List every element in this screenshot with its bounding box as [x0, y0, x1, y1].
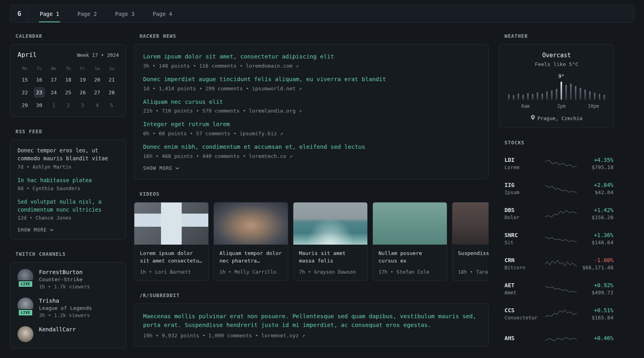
twitch-channel-info: KendallCarr: [39, 326, 76, 333]
subreddit-post-link[interactable]: Maecenas mollis pulvinar erat non posuer…: [143, 312, 479, 330]
video-card[interactable]: Mauris sit amet massa felis 7h • Grayson…: [293, 202, 368, 281]
show-more-label: SHOW MORE: [143, 165, 173, 171]
calendar-day-number: 4: [91, 100, 103, 110]
temp-bar: [541, 93, 543, 100]
video-card[interactable]: Aliquam tempor dolor nec pharetra… 1h • …: [213, 202, 288, 281]
calendar-day-selected: 23: [32, 86, 46, 98]
calendar-day: 18: [61, 74, 75, 86]
hackernews-widget-title: HACKER NEWS: [140, 33, 489, 39]
calendar-day: 1: [47, 99, 61, 111]
stock-name: Lorem: [504, 164, 544, 170]
stock-values: +1.36% $148.64: [578, 232, 613, 245]
twitch-channel-row[interactable]: LIVE Trisha League of Legends 3h • 1.2k …: [17, 298, 119, 318]
weather-location-text: Prague, Czechia: [537, 115, 582, 121]
subreddit-post: Maecenas mollis pulvinar erat non posuer…: [143, 312, 479, 339]
temp-bar: [589, 91, 591, 100]
stock-change: +4.35%: [578, 157, 613, 163]
calendar-day-number: 17: [48, 74, 59, 85]
stock-row[interactable]: CCS Consectetur +0.51% $165.84: [499, 301, 614, 326]
video-card[interactable]: Nullam posuere cursus ex 17h • Stefan Co…: [372, 202, 447, 281]
hackernews-item-meta: 6h • 60 points • 57 comments • ipsumify.…: [143, 130, 479, 136]
stock-id: LDI Lorem: [504, 157, 544, 170]
video-card[interactable]: Lorem ipsum dolor sit amet consectetu… 1…: [134, 202, 209, 281]
calendar-day-header: Mo: [17, 64, 32, 73]
rss-headline-link[interactable]: In hac habitasse platea: [17, 176, 119, 184]
weather-widget: WEATHER Overcast Feels like 5°C: [499, 33, 614, 128]
video-card-body: Mauris sit amet massa felis 7h • Grayson…: [293, 245, 367, 280]
stock-price: $156.28: [578, 214, 613, 220]
rss-headline-link[interactable]: Sed volutpat nulla nisl, a condimentum n…: [17, 198, 119, 214]
calendar-day-number: 22: [19, 87, 30, 97]
subreddit-widget: /R/SUBREDDIT Maecenas mollis pulvinar er…: [134, 293, 489, 347]
calendar-day-header: Su: [105, 64, 119, 73]
dashboard-page: G Page 1 Page 2 Page 3 Page 4 CALENDAR A…: [0, 5, 644, 358]
tab-page-2[interactable]: Page 2: [77, 5, 98, 22]
time-label: 6am: [522, 103, 530, 109]
chevron-down-icon: [50, 229, 54, 231]
twitch-channel-name[interactable]: Trisha: [39, 298, 92, 304]
rss-show-more-button[interactable]: SHOW MORE: [17, 227, 119, 233]
hackernews-title-link[interactable]: Aliquam nec cursus elit: [143, 98, 479, 107]
weather-card: Overcast Feels like 5°C: [499, 44, 614, 128]
stock-row[interactable]: AET Amet +0.92% $499.72: [499, 276, 614, 301]
calendar-day: 19: [76, 74, 90, 86]
tab-page-3[interactable]: Page 3: [114, 5, 136, 22]
hackernews-title-link[interactable]: Integer eget rutrum lorem: [143, 120, 479, 129]
video-title-link[interactable]: Aliquam tempor dolor nec pharetra…: [219, 249, 282, 265]
sparkline-chart: [544, 308, 578, 319]
video-title-link[interactable]: Lorem ipsum dolor sit amet consectetu…: [140, 249, 203, 265]
hackernews-title-link[interactable]: Donec enim nibh, condimentum et accumsan…: [143, 143, 479, 152]
stock-values: +0.46%: [578, 335, 613, 342]
calendar-widget-title: CALENDAR: [16, 33, 126, 39]
rss-card: Donec tempor eros leo, ut commodo mauris…: [10, 140, 126, 239]
video-thumbnail: [214, 202, 288, 245]
tab-page-1[interactable]: Page 1: [39, 5, 60, 22]
show-more-label: SHOW MORE: [17, 227, 47, 233]
app-logo[interactable]: G: [10, 5, 29, 22]
hackernews-show-more-button[interactable]: SHOW MORE: [143, 165, 479, 171]
twitch-channel-meta: 1h • 1.7k viewers: [39, 284, 90, 290]
temp-bar: [551, 90, 553, 100]
twitch-card: LIVE ForrestBurton Counter-Strike 1h • 1…: [10, 262, 126, 349]
calendar-day-header: Tu: [32, 64, 46, 73]
stock-name: Consectetur: [504, 315, 544, 321]
stock-row[interactable]: DBS Dolor +1.42% $156.28: [499, 201, 614, 226]
rss-item: Donec tempor eros leo, ut commodo mauris…: [17, 146, 119, 170]
video-row: Lorem ipsum dolor sit amet consectetu… 1…: [134, 202, 489, 281]
stock-change: +1.42%: [578, 207, 613, 213]
rss-headline-link[interactable]: Donec tempor eros leo, ut commodo mauris…: [17, 146, 119, 163]
video-title-link[interactable]: Nullam posuere cursus ex: [378, 249, 441, 265]
video-card[interactable]: Suspendisse diam 18h • Tara: [452, 202, 489, 281]
hackernews-card: Lorem ipsum dolor sit amet, consectetur …: [134, 44, 489, 179]
twitch-channel-name[interactable]: ForrestBurton: [39, 269, 90, 275]
hackernews-item: Integer eget rutrum lorem 6h • 60 points…: [143, 120, 479, 136]
stock-row[interactable]: CRN Bitcorn -1.00% $66,171.48: [499, 251, 614, 276]
twitch-channel-row[interactable]: KendallCarr: [17, 326, 119, 342]
stock-price: $165.84: [578, 315, 613, 321]
hackernews-title-link[interactable]: Donec imperdiet augue tincidunt felis al…: [143, 75, 479, 84]
calendar-day-number: 5: [106, 100, 117, 110]
video-title-link[interactable]: Suspendisse diam: [458, 249, 489, 265]
calendar-day-number: 26: [77, 87, 88, 97]
tab-page-4[interactable]: Page 4: [152, 5, 173, 22]
live-badge: LIVE: [18, 309, 33, 316]
stock-values: +0.51% $165.84: [578, 307, 613, 321]
left-column: CALENDAR April Week 17 • 2024 Mo Tu We T…: [10, 33, 126, 349]
calendar-day: 16: [32, 74, 46, 86]
stock-symbol: CCS: [504, 307, 544, 313]
hackernews-item: Donec imperdiet augue tincidunt felis al…: [143, 75, 479, 91]
stock-row[interactable]: LDI Lorem +4.35% $795.18: [499, 151, 614, 176]
stock-row[interactable]: IIG Ipsum +2.84% $42.04: [499, 176, 614, 201]
stock-row[interactable]: AHS +0.46%: [499, 326, 614, 351]
temp-bar: [513, 95, 514, 100]
video-title-link[interactable]: Mauris sit amet massa felis: [299, 249, 362, 265]
hackernews-title-link[interactable]: Lorem ipsum dolor sit amet, consectetur …: [143, 53, 479, 61]
video-meta: 17h • Stefan Cole: [378, 269, 441, 275]
twitch-channel-name[interactable]: KendallCarr: [39, 326, 76, 333]
current-temp-label: 9°: [558, 73, 564, 79]
live-badge: LIVE: [18, 280, 33, 288]
stock-row[interactable]: SNRC Sit +1.36% $148.64: [499, 226, 614, 251]
twitch-channel-row[interactable]: LIVE ForrestBurton Counter-Strike 1h • 1…: [17, 269, 119, 290]
subreddit-post-meta: 19h • 9,932 points • 1,090 comments • lo…: [143, 333, 479, 339]
calendar-day: 26: [76, 86, 90, 98]
